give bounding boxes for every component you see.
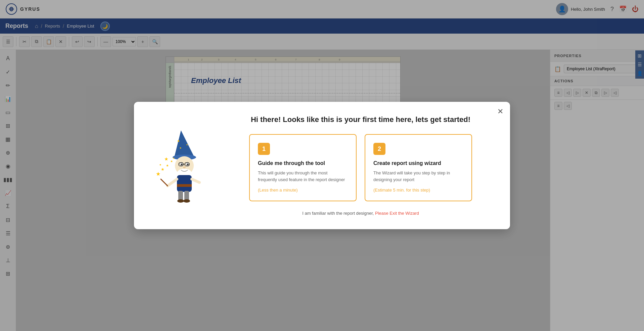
exit-wizard-link[interactable]: Please Exit the Wizard [375,211,419,216]
svg-line-34 [192,179,199,182]
svg-text:★: ★ [166,164,169,167]
modal-overlay: ✕ ★ ★ ★ [0,0,644,331]
svg-point-21 [187,163,189,165]
svg-text:★: ★ [173,157,175,159]
svg-text:★: ★ [179,147,182,150]
svg-marker-11 [174,130,194,157]
option2-card[interactable]: 2 Create report using wizard The Wizard … [365,134,472,201]
svg-line-32 [168,179,177,186]
modal-content: Hi there! Looks like this is your first … [228,115,493,216]
option2-description: The Wizard will take you step by step in… [373,170,463,183]
svg-line-33 [161,179,168,186]
svg-text:★: ★ [161,167,165,172]
modal: ✕ ★ ★ ★ [134,102,510,229]
svg-point-20 [181,163,183,165]
svg-text:★: ★ [186,143,188,146]
option1-card[interactable]: 1 Guide me through the tool This will gu… [249,134,357,201]
option2-number: 2 [373,143,385,155]
option2-title: Create report using wizard [373,160,463,166]
modal-options: 1 Guide me through the tool This will gu… [228,134,493,201]
svg-rect-26 [177,175,192,192]
svg-text:★: ★ [170,160,173,163]
option2-time: (Estimate 5 min. for this step) [373,188,463,193]
modal-footer: I am familiar with the report designer, … [228,211,493,216]
option1-number: 1 [258,143,270,155]
svg-text:★: ★ [164,156,169,162]
svg-point-25 [183,166,186,168]
svg-rect-27 [177,184,192,187]
option1-title: Guide me through the tool [258,160,348,166]
option1-description: This will guide you through the most fre… [258,170,348,183]
svg-text:★: ★ [156,171,160,177]
svg-point-31 [183,199,190,203]
svg-point-30 [177,199,184,203]
footer-text: I am familiar with the report designer, [302,211,374,216]
modal-close-button[interactable]: ✕ [497,107,503,116]
svg-text:★: ★ [159,163,162,166]
option1-time: (Less then a minute) [258,188,348,193]
svg-text:★: ★ [177,139,180,143]
modal-title: Hi there! Looks like this is your first … [228,115,493,124]
wizard-image: ★ ★ ★ [151,124,218,208]
